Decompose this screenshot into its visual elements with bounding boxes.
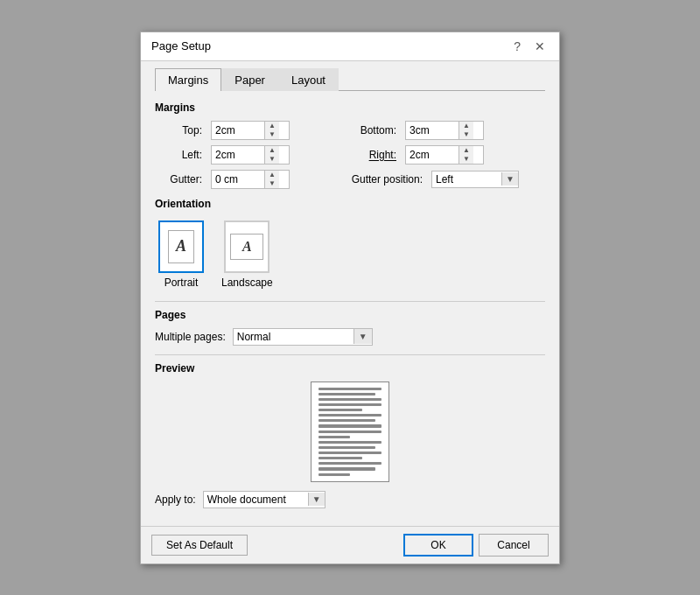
top-label: Top: — [155, 124, 207, 136]
tab-paper[interactable]: Paper — [221, 68, 278, 91]
orientation-buttons: A Portrait A Landscape — [155, 217, 545, 292]
pages-label: Pages — [155, 309, 545, 321]
pages-section: Pages Multiple pages: Normal Mirror marg… — [155, 301, 545, 346]
gutter-spin-down[interactable]: ▼ — [265, 179, 279, 188]
bottom-input-wrap: ▲ ▼ — [405, 121, 484, 140]
top-input-wrap: ▲ ▼ — [211, 121, 290, 140]
left-input-wrap: ▲ ▼ — [211, 145, 290, 164]
preview-line-11 — [318, 441, 382, 444]
dialog-footer: Set As Default OK Cancel — [141, 526, 559, 564]
left-spin-up[interactable]: ▲ — [265, 146, 279, 155]
ok-button[interactable]: OK — [403, 534, 473, 556]
bottom-label: Bottom: — [332, 124, 402, 136]
bottom-input[interactable] — [406, 122, 458, 138]
apply-row: Apply to: Whole document This section Th… — [155, 491, 545, 508]
preview-line-12 — [318, 446, 375, 449]
gutter-input-wrap: ▲ ▼ — [211, 170, 290, 189]
preview-line-7 — [318, 419, 375, 422]
preview-line-9 — [318, 430, 382, 433]
dialog-body: Margins Paper Layout Margins Top: ▲ ▼ Bo… — [141, 61, 559, 526]
gutter-spin-btns: ▲ ▼ — [264, 171, 279, 188]
set-as-default-button[interactable]: Set As Default — [151, 535, 248, 556]
tab-layout[interactable]: Layout — [278, 68, 339, 91]
apply-to-arrow: ▼ — [308, 493, 325, 506]
preview-page — [311, 382, 389, 482]
dialog-title: Page Setup — [151, 39, 211, 52]
left-spin-down[interactable]: ▼ — [265, 155, 279, 164]
close-button[interactable]: ✕ — [531, 39, 549, 53]
title-bar: Page Setup ? ✕ — [141, 32, 559, 61]
margins-grid-2: Left: ▲ ▼ Right: ▲ ▼ — [155, 145, 545, 164]
preview-line-15 — [318, 462, 382, 465]
preview-line-6 — [318, 414, 382, 416]
preview-line-16 — [318, 467, 375, 470]
apply-to-label: Apply to: — [155, 494, 196, 506]
preview-line-17 — [318, 473, 350, 476]
apply-to-dropdown[interactable]: Whole document This section This point f… — [203, 491, 326, 508]
top-spin-down[interactable]: ▼ — [265, 130, 279, 139]
apply-to-select[interactable]: Whole document This section This point f… — [204, 492, 308, 508]
gutter-label: Gutter: — [155, 173, 207, 186]
preview-line-14 — [318, 457, 362, 459]
title-bar-controls: ? ✕ — [510, 39, 549, 53]
preview-line-10 — [318, 436, 350, 438]
gutter-pos-label: Gutter position: — [332, 173, 428, 186]
preview-line-5 — [318, 409, 362, 411]
gutter-pos-dropdown[interactable]: Left Top Right ▼ — [431, 171, 519, 188]
landscape-label: Landscape — [221, 276, 273, 289]
gutter-spin-up[interactable]: ▲ — [265, 171, 279, 179]
multiple-pages-arrow: ▼ — [354, 329, 372, 344]
orientation-section: Orientation A Portrait A Landscape — [155, 198, 545, 292]
preview-label: Preview — [155, 362, 545, 374]
preview-section: Preview — [155, 354, 545, 482]
top-spin-up[interactable]: ▲ — [265, 122, 279, 130]
page-setup-dialog: Page Setup ? ✕ Margins Paper Layout Marg… — [140, 32, 560, 564]
top-input[interactable] — [212, 122, 264, 138]
tab-bar: Margins Paper Layout — [155, 68, 545, 91]
preview-line-4 — [318, 403, 382, 406]
help-button[interactable]: ? — [510, 39, 524, 53]
right-spin-up[interactable]: ▲ — [459, 146, 473, 155]
portrait-button[interactable]: A Portrait — [155, 217, 207, 292]
margins-grid: Top: ▲ ▼ Bottom: ▲ ▼ — [155, 121, 545, 140]
right-input-wrap: ▲ ▼ — [405, 145, 484, 164]
preview-line-2 — [318, 393, 375, 396]
landscape-icon: A — [230, 234, 263, 260]
gutter-pos-select[interactable]: Left Top Right — [432, 172, 501, 187]
right-spin-down[interactable]: ▼ — [459, 155, 473, 164]
top-spin-btns: ▲ ▼ — [264, 122, 279, 139]
portrait-label: Portrait — [164, 276, 199, 289]
landscape-button[interactable]: A Landscape — [218, 217, 276, 292]
orientation-label: Orientation — [155, 198, 545, 210]
gutter-pos-arrow: ▼ — [501, 172, 518, 186]
left-input[interactable] — [212, 147, 264, 163]
footer-right: OK Cancel — [403, 534, 549, 556]
multiple-pages-dropdown[interactable]: Normal Mirror margins 2 pages per sheet … — [233, 328, 373, 346]
right-label: Right: — [332, 149, 402, 161]
pages-row: Multiple pages: Normal Mirror margins 2 … — [155, 328, 545, 346]
bottom-spin-btns: ▲ ▼ — [458, 122, 473, 139]
preview-area — [155, 382, 545, 482]
bottom-spin-up[interactable]: ▲ — [459, 122, 473, 130]
preview-line-3 — [318, 398, 382, 401]
landscape-icon-wrap: A — [224, 220, 270, 273]
gutter-row: Gutter: ▲ ▼ Gutter position: Left Top Ri… — [155, 170, 545, 189]
margins-section-label: Margins — [155, 102, 545, 114]
preview-line-8 — [318, 424, 382, 427]
portrait-icon-wrap: A — [158, 220, 204, 273]
preview-line-1 — [318, 388, 382, 390]
right-spin-btns: ▲ ▼ — [458, 146, 473, 164]
left-label: Left: — [155, 149, 207, 161]
right-input[interactable] — [406, 147, 458, 163]
preview-line-13 — [318, 452, 382, 454]
bottom-spin-down[interactable]: ▼ — [459, 130, 473, 139]
multiple-pages-label: Multiple pages: — [155, 331, 226, 343]
portrait-icon: A — [168, 230, 194, 263]
cancel-button[interactable]: Cancel — [479, 534, 549, 556]
footer-left: Set As Default — [151, 535, 248, 556]
multiple-pages-select[interactable]: Normal Mirror margins 2 pages per sheet … — [234, 329, 354, 345]
gutter-input[interactable] — [212, 172, 264, 187]
left-spin-btns: ▲ ▼ — [264, 146, 279, 164]
tab-margins[interactable]: Margins — [155, 68, 221, 91]
